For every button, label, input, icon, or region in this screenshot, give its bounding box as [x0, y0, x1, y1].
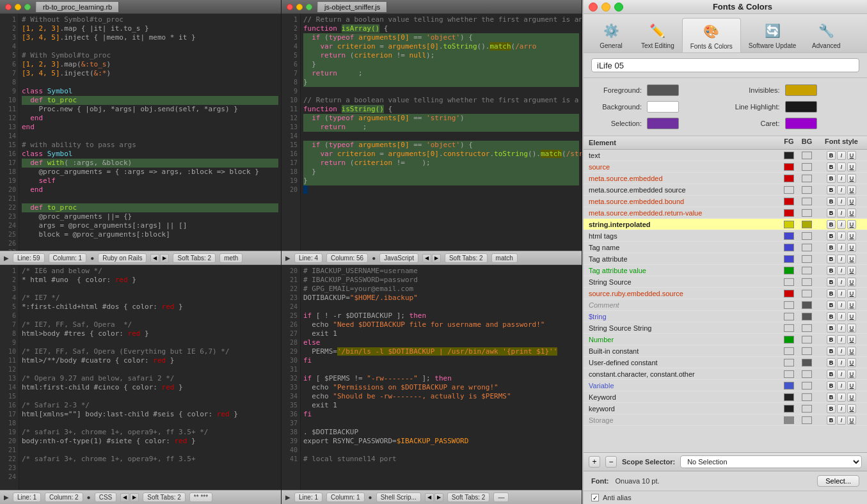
- table-body[interactable]: text B I U source B I U: [584, 150, 867, 452]
- bold-btn-kw-lower[interactable]: B: [827, 404, 836, 413]
- tl-tabs[interactable]: Soft Tabs: 2: [173, 253, 216, 263]
- fg-si[interactable]: [780, 221, 798, 228]
- underline-btn-ht[interactable]: U: [847, 232, 856, 240]
- bg-storage[interactable]: [798, 416, 816, 424]
- bg-number[interactable]: [798, 336, 816, 343]
- bg-mserv[interactable]: [798, 209, 816, 217]
- tr-tabs[interactable]: Soft Tabs: 2: [445, 253, 488, 263]
- bold-btn-mseb[interactable]: B: [827, 197, 836, 206]
- tab-rb-file[interactable]: rb-to_proc_learning.rb: [36, 2, 119, 12]
- toolbar-advanced[interactable]: 🔧 Advanced: [804, 18, 848, 52]
- panel-close-button[interactable]: [589, 3, 598, 12]
- bold-btn-ta[interactable]: B: [827, 255, 836, 264]
- fg-ta[interactable]: [780, 255, 798, 263]
- italic-btn-mse[interactable]: I: [837, 174, 846, 183]
- bold-btn-number[interactable]: B: [827, 335, 836, 344]
- italic-btn-ta[interactable]: I: [837, 255, 846, 264]
- scope-dropdown[interactable]: No Selection: [680, 455, 862, 468]
- table-row[interactable]: String Source String B I U: [584, 322, 867, 334]
- fg-ht[interactable]: [780, 232, 798, 240]
- fg-mseb[interactable]: [780, 198, 798, 205]
- fg-mses[interactable]: [780, 186, 798, 194]
- top-left-code-content[interactable]: # Without Symbol#to_proc [1, 2, 3].map {…: [19, 14, 281, 251]
- selection-swatch[interactable]: [647, 118, 679, 129]
- table-row[interactable]: User-defined constant B I U: [584, 357, 867, 368]
- fg-text[interactable]: [780, 152, 798, 159]
- fg-number[interactable]: [780, 336, 798, 343]
- table-row[interactable]: Tag attribute B I U: [584, 253, 867, 265]
- fs-text[interactable]: B I U: [816, 151, 867, 160]
- tr-arrow-right[interactable]: ▶: [432, 254, 441, 263]
- fs-comment[interactable]: B I U: [816, 301, 867, 310]
- fg-udc[interactable]: [780, 359, 798, 366]
- fs-mserv[interactable]: B I U: [816, 209, 867, 217]
- br-arrow-right[interactable]: ▶: [434, 493, 443, 502]
- underline-btn-kw-cap[interactable]: U: [847, 393, 856, 402]
- underline-btn-storage[interactable]: U: [847, 416, 856, 425]
- italic-btn-mseb[interactable]: I: [837, 197, 846, 206]
- table-row[interactable]: meta.source.embedded.bound B I U: [584, 196, 867, 207]
- bold-btn-si[interactable]: B: [827, 220, 836, 229]
- line-highlight-swatch[interactable]: [785, 101, 817, 113]
- background-swatch[interactable]: [647, 101, 679, 113]
- fs-var[interactable]: B I U: [816, 381, 867, 390]
- table-row[interactable]: keyword B I U: [584, 403, 867, 414]
- underline-btn-ss[interactable]: U: [847, 278, 856, 287]
- table-row[interactable]: Variable B I U: [584, 380, 867, 391]
- fs-udc[interactable]: B I U: [816, 358, 867, 367]
- table-row[interactable]: text B I U: [584, 150, 867, 161]
- table-row[interactable]: Storage B I U: [584, 414, 867, 426]
- bl-tabs[interactable]: Soft Tabs: 2: [143, 492, 186, 502]
- bold-btn-ht[interactable]: B: [827, 232, 836, 240]
- bg-tav[interactable]: [798, 267, 816, 274]
- underline-btn-source[interactable]: U: [847, 162, 856, 171]
- bl-lang[interactable]: CSS: [95, 492, 117, 502]
- bg-ss[interactable]: [798, 278, 816, 286]
- tr-arrow-left[interactable]: ◀: [422, 254, 431, 263]
- fs-mses[interactable]: B I U: [816, 185, 867, 194]
- italic-btn-number[interactable]: I: [837, 335, 846, 344]
- bold-btn-storage[interactable]: B: [827, 416, 836, 425]
- bold-btn-mse[interactable]: B: [827, 174, 836, 183]
- italic-btn-si[interactable]: I: [837, 220, 846, 229]
- tl-lang[interactable]: Ruby on Rails: [98, 253, 147, 263]
- fg-kw-cap[interactable]: [780, 393, 798, 401]
- italic-btn-text[interactable]: I: [837, 151, 846, 160]
- minimize-button-tr[interactable]: [296, 4, 303, 10]
- maximize-button-tr[interactable]: [306, 4, 312, 10]
- table-row[interactable]: Built-in constant B I U: [584, 345, 867, 357]
- italic-btn-ht[interactable]: I: [837, 232, 846, 240]
- bg-text[interactable]: [798, 152, 816, 159]
- underline-btn-mse[interactable]: U: [847, 174, 856, 183]
- italic-btn-kw-cap[interactable]: I: [837, 393, 846, 402]
- bold-btn-comment[interactable]: B: [827, 301, 836, 310]
- bg-source[interactable]: [798, 163, 816, 171]
- br-arrows[interactable]: ◀ ▶: [425, 493, 443, 502]
- underline-btn-text[interactable]: U: [847, 151, 856, 160]
- fs-kw-lower[interactable]: B I U: [816, 404, 867, 413]
- fs-storage[interactable]: B I U: [816, 416, 867, 425]
- bold-btn-text[interactable]: B: [827, 151, 836, 160]
- table-row[interactable]: Tag attribute value B I U: [584, 265, 867, 276]
- underline-btn-bc[interactable]: U: [847, 347, 856, 356]
- underline-btn-sss[interactable]: U: [847, 324, 856, 333]
- panel-min-button[interactable]: [601, 3, 610, 12]
- italic-btn-comment[interactable]: I: [837, 301, 846, 310]
- bg-mses[interactable]: [798, 186, 816, 194]
- italic-btn-ccco[interactable]: I: [837, 370, 846, 379]
- panel-max-button[interactable]: [614, 3, 623, 12]
- foreground-swatch[interactable]: [647, 84, 679, 96]
- fg-ss[interactable]: [780, 278, 798, 286]
- maximize-button-tl[interactable]: [24, 4, 31, 10]
- bold-btn-ss[interactable]: B: [827, 278, 836, 287]
- bold-btn-string[interactable]: B: [827, 312, 836, 321]
- remove-scope-button[interactable]: −: [605, 456, 617, 468]
- anti-alias-checkbox[interactable]: ✓: [591, 494, 599, 501]
- table-row[interactable]: source B I U: [584, 161, 867, 173]
- bl-arrows[interactable]: ◀ ▶: [120, 493, 139, 502]
- fs-tav[interactable]: B I U: [816, 266, 867, 275]
- italic-btn-mses[interactable]: I: [837, 185, 846, 194]
- bottom-right-code-content[interactable]: # IBACKUP_USERNAME=username # IBACKUP_PA…: [301, 265, 582, 490]
- fg-mse[interactable]: [780, 175, 798, 182]
- bold-btn-mses[interactable]: B: [827, 185, 836, 194]
